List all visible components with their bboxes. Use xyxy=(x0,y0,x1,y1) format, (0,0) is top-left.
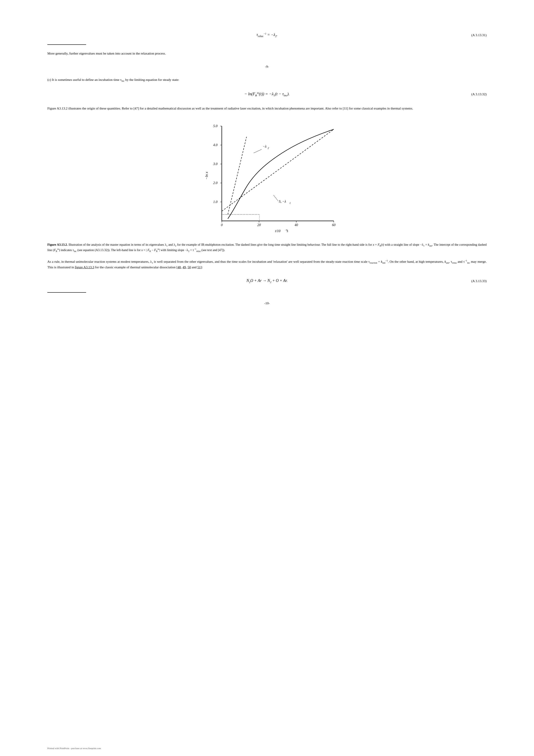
svg-text:60: 60 xyxy=(332,223,336,227)
figure-ref-underline: figure A3.13.3 xyxy=(75,265,94,269)
svg-line-33 xyxy=(273,195,278,201)
text-more-generally: More generally, further eigenvalues must… xyxy=(47,51,487,56)
text-c-intro: (c) It is sometimes useful to define an … xyxy=(47,77,487,83)
equation-a3-13-33: N2O + Ar → N2 + O + Ar. (A 3.13.33) xyxy=(47,279,487,284)
svg-text:1.0: 1.0 xyxy=(213,200,217,204)
svg-line-30 xyxy=(254,149,262,153)
svg-text:1: 1 xyxy=(290,202,291,204)
footer-text: Printed with PrintPoint - purchase at ww… xyxy=(47,747,101,749)
eq-content-32: − ln(FRss(t)) = −λ1(t − τinc). xyxy=(244,92,290,97)
eq-number-33: (A 3.13.33) xyxy=(471,279,487,283)
eq-content-31: τrelax−1 = −λ2. xyxy=(256,32,278,38)
figure-caption-bold: Figure A3.13.2. xyxy=(47,243,67,246)
text-figure-ref: Figure A3.13.2 illustrates the origin of… xyxy=(47,106,487,111)
chart-svg: 1.0 2.0 3.0 4.0 5.0 0 20 40 xyxy=(196,120,338,236)
svg-text:S, −λ: S, −λ xyxy=(279,200,286,203)
divider-bottom xyxy=(47,292,86,293)
svg-text:−ln x: −ln x xyxy=(205,172,209,179)
page-number-top: -9- xyxy=(47,65,487,68)
divider-top xyxy=(47,44,86,45)
equation-a3-13-32: − ln(FRss(t)) = −λ1(t − τinc). (A 3.13.3… xyxy=(47,92,487,97)
svg-text:4.0: 4.0 xyxy=(213,143,217,147)
eq-number-31: (A 3.13.31) xyxy=(471,33,487,37)
svg-text:5.0: 5.0 xyxy=(213,124,217,128)
text-as-a-rule: As a rule, in thermal unimolecular react… xyxy=(47,259,487,270)
page-number-bottom: -10- xyxy=(47,301,487,305)
eq-number-32: (A 3.13.32) xyxy=(471,92,487,96)
svg-text:3.0: 3.0 xyxy=(213,162,217,166)
svg-text:2.0: 2.0 xyxy=(213,181,217,185)
svg-text:0: 0 xyxy=(221,223,223,227)
svg-text:2: 2 xyxy=(267,147,269,149)
svg-text:20: 20 xyxy=(257,223,261,227)
figure-a3-13-2: 1.0 2.0 3.0 4.0 5.0 0 20 40 xyxy=(47,120,487,236)
svg-text:40: 40 xyxy=(294,223,298,227)
svg-text:s: s xyxy=(287,229,288,233)
svg-text:−λ: −λ xyxy=(263,145,267,148)
svg-text:t/10: t/10 xyxy=(275,229,281,233)
page: τrelax−1 = −λ2. (A 3.13.31) More general… xyxy=(0,0,534,756)
figure-caption: Figure A3.13.2. Illustration of the anal… xyxy=(47,242,487,253)
eq-content-33: N2O + Ar → N2 + O + Ar. xyxy=(246,279,288,284)
equation-a3-13-31: τrelax−1 = −λ2. (A 3.13.31) xyxy=(47,32,487,38)
